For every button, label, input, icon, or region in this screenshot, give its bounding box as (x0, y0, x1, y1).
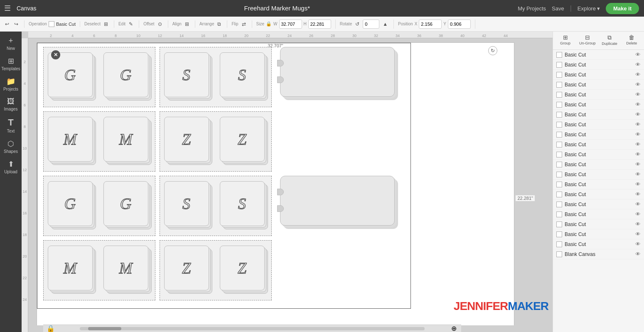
layer-item-1[interactable]: Basic Cut👁 (553, 50, 644, 60)
layer-item-21[interactable]: Blank Canvas👁 (553, 249, 644, 259)
horizontal-scrollbar[interactable] (80, 327, 425, 330)
size-lock-icon[interactable]: 🔒 (266, 21, 272, 27)
canvas-workspace[interactable]: ✕ ↻ 32.707" 22.281" G (28, 38, 553, 325)
brand-logo: JENNIFERMAKER (454, 300, 548, 313)
layer-item-5[interactable]: Basic Cut👁 (553, 90, 644, 100)
layer-visibility-20[interactable]: 👁 (635, 241, 641, 247)
lock-zoom-btn[interactable]: 🔒 (47, 325, 55, 332)
top-nav: ☰ Canvas Freehard Marker Mugs* My Projec… (0, 0, 644, 17)
my-projects-link[interactable]: My Projects (518, 5, 546, 12)
layer-item-2[interactable]: Basic Cut👁 (553, 60, 644, 70)
blank-rect-group-2[interactable] (280, 176, 401, 236)
layer-visibility-14[interactable]: 👁 (635, 181, 641, 187)
ruler-tick-36: 36 (417, 34, 421, 38)
design-group-m3[interactable]: M M (43, 240, 155, 300)
sidebar-item-text[interactable]: T Text (1, 115, 20, 136)
arrange-button[interactable]: ⧉ (216, 20, 223, 28)
design-group-g3[interactable]: G G (43, 176, 155, 236)
height-input[interactable] (308, 20, 331, 29)
redo-button[interactable]: ↪ (12, 20, 20, 28)
align-button[interactable]: ⊞ (183, 20, 191, 28)
color-swatch[interactable] (49, 21, 54, 27)
ruler-left: 24681012141618202224 (22, 38, 28, 332)
rotate-chevron-up[interactable]: ▲ (381, 20, 389, 28)
layer-visibility-18[interactable]: 👁 (635, 221, 641, 227)
flip-button[interactable]: ⇄ (240, 20, 248, 28)
layer-color-swatch-12 (556, 162, 562, 167)
layer-visibility-8[interactable]: 👁 (635, 121, 641, 128)
canvas-paper[interactable]: ✕ ↻ 32.707" 22.281" G (37, 42, 514, 325)
layer-visibility-9[interactable]: 👁 (635, 131, 641, 138)
layer-visibility-16[interactable]: 👁 (635, 201, 641, 207)
save-button[interactable]: Save (552, 5, 564, 12)
rotate-input[interactable] (363, 20, 379, 29)
layer-item-8[interactable]: Basic Cut👁 (553, 120, 644, 130)
layer-item-17[interactable]: Basic Cut👁 (553, 209, 644, 219)
design-group-m1[interactable]: M M (43, 111, 155, 172)
layer-item-7[interactable]: Basic Cut👁 (553, 110, 644, 120)
group-action[interactable]: ⊞ Group (555, 33, 576, 47)
rotate-handle[interactable]: ↻ (488, 46, 497, 55)
layer-visibility-4[interactable]: 👁 (635, 81, 641, 88)
layer-item-4[interactable]: Basic Cut👁 (553, 80, 644, 90)
layer-item-13[interactable]: Basic Cut👁 (553, 170, 644, 180)
group-icon: ⊞ (563, 34, 568, 41)
layer-item-3[interactable]: Basic Cut👁 (553, 70, 644, 80)
layer-item-16[interactable]: Basic Cut👁 (553, 199, 644, 209)
delete-action[interactable]: 🗑 Delete (621, 33, 642, 47)
make-it-button[interactable]: Make it (606, 3, 639, 14)
layer-item-15[interactable]: Basic Cut👁 (553, 189, 644, 199)
layer-item-18[interactable]: Basic Cut👁 (553, 219, 644, 229)
canvas-area[interactable]: 2468101214161820222426283032343638404244… (22, 32, 553, 332)
sidebar-item-images[interactable]: 🖼 Images (1, 95, 20, 114)
sidebar-item-new[interactable]: + New (1, 34, 20, 53)
layer-item-11[interactable]: Basic Cut👁 (553, 150, 644, 160)
layer-visibility-10[interactable]: 👁 (635, 141, 641, 148)
sidebar-item-templates[interactable]: ⊞ Templates (1, 54, 20, 74)
undo-button[interactable]: ↩ (3, 20, 11, 28)
layer-visibility-11[interactable]: 👁 (635, 151, 641, 157)
layer-item-14[interactable]: Basic Cut👁 (553, 180, 644, 189)
close-button[interactable]: ✕ (51, 50, 60, 59)
layer-item-12[interactable]: Basic Cut👁 (553, 160, 644, 170)
nav-hamburger[interactable]: ☰ (0, 0, 15, 17)
scrollbar-thumb[interactable] (88, 327, 121, 330)
layer-visibility-6[interactable]: 👁 (635, 101, 641, 108)
zoom-btn[interactable]: ⊕ (450, 325, 458, 332)
layer-item-9[interactable]: Basic Cut👁 (553, 130, 644, 140)
y-input[interactable] (448, 20, 471, 29)
layer-visibility-19[interactable]: 👁 (635, 231, 641, 237)
edit-button[interactable]: ✎ (127, 20, 135, 28)
layer-visibility-7[interactable]: 👁 (635, 111, 641, 118)
sidebar-item-upload[interactable]: ⬆ Upload (1, 157, 20, 177)
rotate-reset-button[interactable]: ↺ (354, 20, 361, 28)
layer-visibility-2[interactable]: 👁 (635, 61, 641, 68)
design-group-s3[interactable]: S S (160, 176, 272, 236)
layer-visibility-13[interactable]: 👁 (635, 171, 641, 177)
layer-visibility-1[interactable]: 👁 (635, 52, 641, 58)
layer-visibility-21[interactable]: 👁 (635, 251, 641, 257)
x-input[interactable] (419, 20, 442, 29)
sidebar-item-shapes[interactable]: ⬡ Shapes (1, 137, 20, 156)
layer-item-20[interactable]: Basic Cut👁 (553, 239, 644, 249)
layer-visibility-17[interactable]: 👁 (635, 211, 641, 217)
layer-item-6[interactable]: Basic Cut👁 (553, 100, 644, 110)
duplicate-action[interactable]: ⧉ Duplicate (599, 33, 620, 47)
layer-visibility-3[interactable]: 👁 (635, 71, 641, 78)
layer-visibility-5[interactable]: 👁 (635, 91, 641, 98)
design-group-z3[interactable]: Z Z (160, 240, 272, 300)
width-input[interactable] (279, 20, 302, 29)
design-group-s1[interactable]: S S (160, 47, 272, 107)
layer-item-10[interactable]: Basic Cut👁 (553, 140, 644, 150)
deselect-button[interactable]: ⊞ (102, 20, 110, 28)
explore-link[interactable]: Explore ▾ (578, 5, 600, 12)
sidebar-item-projects[interactable]: 📁 Projects (1, 74, 20, 94)
blank-rect-group-1[interactable] (280, 47, 401, 107)
layer-visibility-12[interactable]: 👁 (635, 161, 641, 167)
panel-actions: ⊞ Group ⊟ Un-Group ⧉ Duplicate 🗑 Delete (553, 30, 644, 50)
layer-visibility-15[interactable]: 👁 (635, 191, 641, 197)
offset-button[interactable]: ⊙ (156, 20, 164, 28)
ungroup-action[interactable]: ⊟ Un-Group (577, 33, 598, 47)
layer-item-19[interactable]: Basic Cut👁 (553, 229, 644, 239)
design-group-z1[interactable]: Z Z (160, 111, 272, 172)
